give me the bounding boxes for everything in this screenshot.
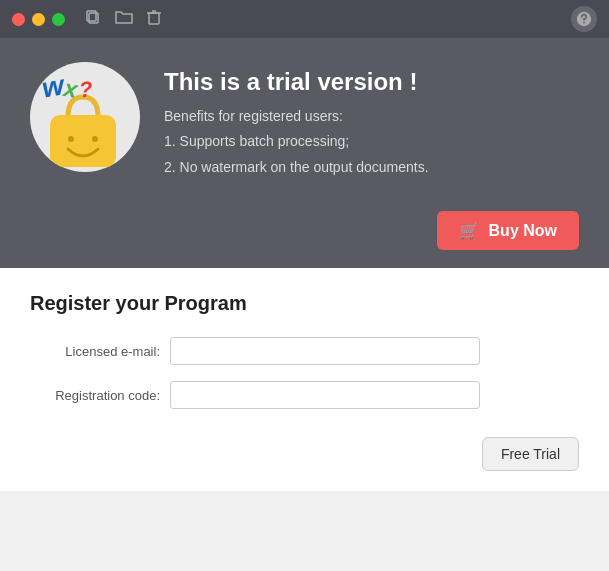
buy-now-area: 🛒 Buy Now [0, 211, 609, 268]
minimize-button[interactable] [32, 13, 45, 26]
email-label: Licensed e-mail: [30, 344, 160, 359]
free-trial-area: Free Trial [30, 425, 579, 471]
svg-rect-2 [149, 13, 159, 24]
close-button[interactable] [12, 13, 25, 26]
folder-icon[interactable] [115, 9, 133, 29]
benefits-list: 1. Supports batch processing; 2. No wate… [164, 132, 579, 177]
free-trial-label: Free Trial [501, 446, 560, 462]
svg-point-7 [92, 136, 98, 142]
trial-section: w x ? This is a trial version ! Benefits… [0, 38, 609, 211]
trash-icon[interactable] [147, 9, 161, 29]
app-icon: w x ? [30, 62, 140, 172]
benefits-title: Benefits for registered users: [164, 108, 579, 124]
benefit-item-2: 2. No watermark on the output documents. [164, 158, 579, 178]
help-area [571, 6, 597, 32]
letter-q-icon: ? [78, 76, 94, 103]
toolbar-icons [85, 9, 161, 29]
registration-code-input[interactable] [170, 381, 480, 409]
svg-rect-5 [50, 115, 116, 167]
cart-icon: 🛒 [459, 221, 479, 240]
copy-icon[interactable] [85, 9, 101, 29]
svg-point-6 [68, 136, 74, 142]
code-row: Registration code: [30, 381, 579, 409]
trial-title: This is a trial version ! [164, 68, 579, 96]
email-input[interactable] [170, 337, 480, 365]
traffic-lights [12, 13, 65, 26]
title-bar [0, 0, 609, 38]
free-trial-button[interactable]: Free Trial [482, 437, 579, 471]
trial-info: This is a trial version ! Benefits for r… [164, 62, 579, 183]
buy-now-label: Buy Now [489, 222, 557, 240]
code-label: Registration code: [30, 388, 160, 403]
buy-now-button[interactable]: 🛒 Buy Now [437, 211, 579, 250]
email-row: Licensed e-mail: [30, 337, 579, 365]
register-title: Register your Program [30, 292, 579, 315]
register-section: Register your Program Licensed e-mail: R… [0, 268, 609, 491]
maximize-button[interactable] [52, 13, 65, 26]
help-button[interactable] [571, 6, 597, 32]
benefit-item-1: 1. Supports batch processing; [164, 132, 579, 152]
